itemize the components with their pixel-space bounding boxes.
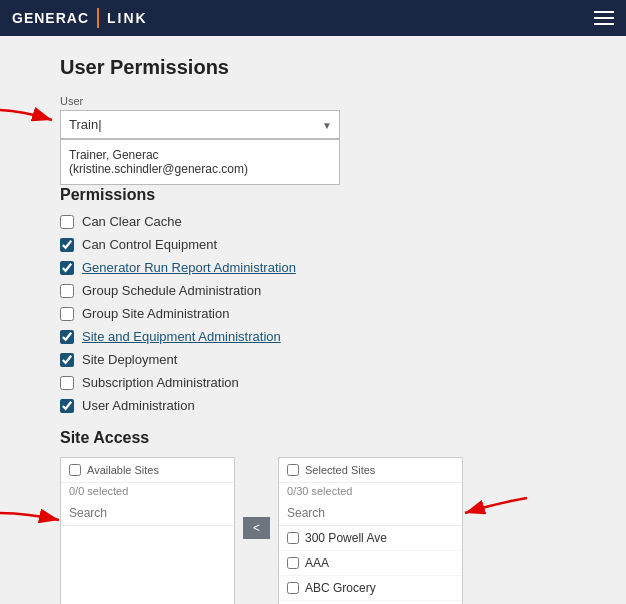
permission-group-schedule-admin: Group Schedule Administration: [60, 283, 566, 298]
logo: GENERAC LINK: [12, 8, 148, 28]
selected-sites-header: Selected Sites: [279, 458, 462, 483]
site-access-panels: Available Sites 0/0 selected <: [60, 457, 566, 604]
available-sites-panel: Available Sites 0/0 selected: [60, 457, 235, 604]
user-input-wrapper: ▼ Trainer, Generac (kristine.schindler@g…: [60, 110, 340, 139]
available-sites-count: 0/0 selected: [61, 483, 234, 501]
available-sites-list: [61, 526, 234, 604]
product-name: LINK: [107, 10, 148, 26]
permission-site-equipment-admin: Site and Equipment Administration: [60, 329, 566, 344]
selected-sites-panel: Selected Sites 0/30 selected 300 Powell …: [278, 457, 463, 604]
brand-name: GENERAC: [12, 10, 89, 26]
user-admin-label[interactable]: User Administration: [82, 398, 195, 413]
selected-sites-select-all[interactable]: [287, 464, 299, 476]
site-deployment-checkbox[interactable]: [60, 353, 74, 367]
user-input[interactable]: [60, 110, 340, 139]
group-schedule-admin-label[interactable]: Group Schedule Administration: [82, 283, 261, 298]
generator-run-report-label[interactable]: Generator Run Report Administration: [82, 260, 296, 275]
transfer-button-col: <: [243, 457, 270, 543]
available-sites-header: Available Sites: [61, 458, 234, 483]
generator-run-report-checkbox[interactable]: [60, 261, 74, 275]
transfer-left-button[interactable]: <: [243, 517, 270, 539]
user-dropdown-list: Trainer, Generac (kristine.schindler@gen…: [60, 139, 340, 185]
subscription-admin-label[interactable]: Subscription Administration: [82, 375, 239, 390]
can-clear-cache-label[interactable]: Can Clear Cache: [82, 214, 182, 229]
list-item: 300 Powell Ave: [279, 526, 462, 551]
logo-divider: [97, 8, 99, 28]
selected-sites-list: 300 Powell Ave AAA ABC Grocery Ariel and…: [279, 526, 462, 604]
arrow-selected-sites: [457, 488, 532, 528]
app-header: GENERAC LINK: [0, 0, 626, 36]
permission-can-clear-cache: Can Clear Cache: [60, 214, 566, 229]
can-control-equipment-label[interactable]: Can Control Equipment: [82, 237, 217, 252]
selected-sites-title: Selected Sites: [305, 464, 375, 476]
site-access-section: Site Access Available Sites 0/0: [60, 429, 566, 604]
group-site-admin-label[interactable]: Group Site Administration: [82, 306, 229, 321]
selected-sites-search[interactable]: [279, 501, 462, 526]
page-title: User Permissions: [60, 56, 566, 79]
site-equipment-admin-checkbox[interactable]: [60, 330, 74, 344]
site-item-label-1: 300 Powell Ave: [305, 531, 387, 545]
user-admin-checkbox[interactable]: [60, 399, 74, 413]
menu-icon[interactable]: [594, 11, 614, 25]
site-item-label-2: AAA: [305, 556, 329, 570]
permission-generator-run-report: Generator Run Report Administration: [60, 260, 566, 275]
user-section: User ▼ Trainer, Generac (kristine.schind…: [60, 95, 566, 139]
permission-group-site-admin: Group Site Administration: [60, 306, 566, 321]
permission-user-admin: User Administration: [60, 398, 566, 413]
arrow-user-input: [0, 100, 60, 140]
site-item-label-3: ABC Grocery: [305, 581, 376, 595]
site-item-checkbox-1[interactable]: [287, 532, 299, 544]
site-item-checkbox-2[interactable]: [287, 557, 299, 569]
can-control-equipment-checkbox[interactable]: [60, 238, 74, 252]
permission-site-deployment: Site Deployment: [60, 352, 566, 367]
site-deployment-label[interactable]: Site Deployment: [82, 352, 177, 367]
permission-subscription-admin: Subscription Administration: [60, 375, 566, 390]
permissions-title: Permissions: [60, 186, 566, 204]
permissions-list: Can Clear Cache Can Control Equipment Ge…: [60, 214, 566, 413]
main-content: User Permissions User ▼ Trainer, Generac…: [0, 36, 626, 604]
group-site-admin-checkbox[interactable]: [60, 307, 74, 321]
subscription-admin-checkbox[interactable]: [60, 376, 74, 390]
dropdown-item[interactable]: Trainer, Generac (kristine.schindler@gen…: [61, 140, 339, 184]
available-sites-search[interactable]: [61, 501, 234, 526]
arrow-available-sites: [0, 498, 66, 538]
site-equipment-admin-label[interactable]: Site and Equipment Administration: [82, 329, 281, 344]
user-field-label: User: [60, 95, 566, 107]
available-sites-select-all[interactable]: [69, 464, 81, 476]
list-item: AAA: [279, 551, 462, 576]
permission-can-control-equipment: Can Control Equipment: [60, 237, 566, 252]
list-item: ABC Grocery: [279, 576, 462, 601]
available-sites-title: Available Sites: [87, 464, 159, 476]
site-access-title: Site Access: [60, 429, 566, 447]
can-clear-cache-checkbox[interactable]: [60, 215, 74, 229]
selected-sites-count: 0/30 selected: [279, 483, 462, 501]
site-item-checkbox-3[interactable]: [287, 582, 299, 594]
group-schedule-admin-checkbox[interactable]: [60, 284, 74, 298]
